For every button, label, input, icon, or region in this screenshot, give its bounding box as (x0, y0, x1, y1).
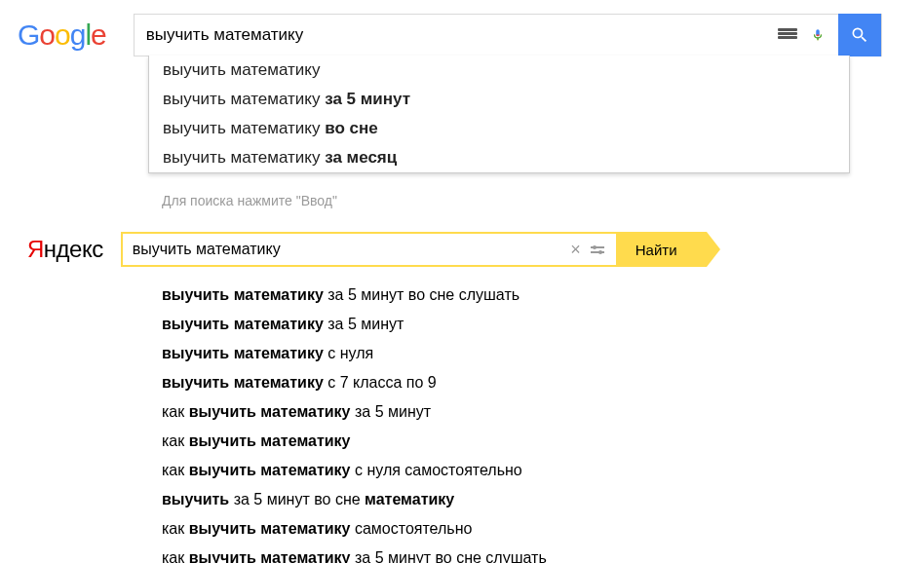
yandex-suggestions-list: выучить математику за 5 минут во сне слу… (27, 267, 924, 563)
yandex-arrow-icon (707, 232, 720, 267)
yandex-section: Яндекс × Найти выучить математику за 5 м… (0, 208, 924, 563)
yandex-suggestion-item[interactable]: выучить математику с 7 класса по 9 (162, 368, 924, 397)
yandex-logo-rest: ндекс (44, 236, 103, 262)
yandex-search-bar: × Найти (121, 232, 707, 267)
yandex-search-input[interactable] (133, 241, 564, 258)
yandex-find-button[interactable]: Найти (618, 232, 707, 267)
google-logo-letter: G (18, 19, 39, 51)
google-search-button[interactable] (838, 14, 881, 56)
yandex-header-row: Яндекс × Найти (27, 232, 924, 267)
google-header-row: Google (0, 0, 924, 56)
google-section: Google выучить математику выучить матема… (0, 0, 924, 208)
yandex-suggestion-item[interactable]: как выучить математику с нуля самостояте… (162, 456, 924, 485)
yandex-suggestion-item[interactable]: как выучить математику (162, 427, 924, 456)
google-press-enter-hint: Для поиска нажмите "Ввод" (0, 185, 924, 208)
yandex-suggestion-item[interactable]: как выучить математику за 5 минут во сне… (162, 544, 924, 563)
google-suggestion-item[interactable]: выучить математику во сне (149, 114, 849, 143)
google-logo-letter: o (55, 19, 70, 51)
google-suggestions-dropdown: выучить математику выучить математику за… (148, 56, 850, 173)
google-logo-letter: g (70, 19, 86, 51)
yandex-suggestion-item[interactable]: как выучить математику самостоятельно (162, 514, 924, 544)
google-search-input[interactable] (135, 15, 778, 56)
search-icon (850, 25, 869, 45)
yandex-logo[interactable]: Яндекс (27, 236, 103, 263)
keyboard-icon[interactable] (778, 28, 797, 42)
google-logo-letter: o (39, 19, 55, 51)
google-logo[interactable]: Google (18, 19, 106, 52)
yandex-suggestion-item[interactable]: как выучить математику за 5 минут (162, 397, 924, 427)
settings-icon[interactable] (587, 246, 608, 253)
yandex-suggestion-item[interactable]: выучить математику с нуля (162, 339, 924, 368)
yandex-suggestion-item[interactable]: выучить за 5 минут во сне математику (162, 485, 924, 514)
google-logo-letter: e (91, 19, 106, 51)
yandex-find-wrap: Найти (618, 232, 707, 267)
clear-icon[interactable]: × (564, 240, 587, 260)
microphone-icon[interactable] (811, 28, 825, 42)
google-suggestion-item[interactable]: выучить математику за 5 минут (149, 85, 849, 114)
google-suggestion-item[interactable]: выучить математику (149, 56, 849, 85)
yandex-suggestion-item[interactable]: выучить математику за 5 минут во сне слу… (162, 281, 924, 310)
yandex-logo-y: Я (27, 236, 44, 262)
yandex-suggestion-item[interactable]: выучить математику за 5 минут (162, 310, 924, 339)
google-search-bar (134, 14, 882, 56)
yandex-input-wrap: × (121, 232, 618, 267)
google-suggestion-item[interactable]: выучить математику за месяц (149, 143, 849, 172)
